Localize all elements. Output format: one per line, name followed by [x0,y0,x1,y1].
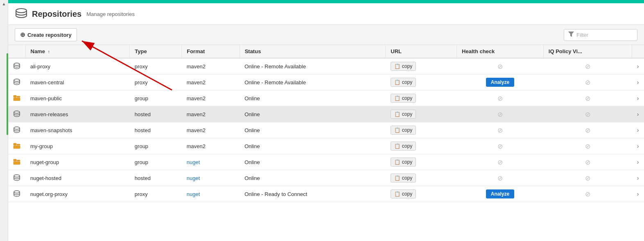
chevron-right-icon[interactable]: › [637,95,639,101]
clipboard-icon: 📋 [394,111,400,117]
page-title: Repositories [32,9,81,19]
row-status-cell: Online - Ready to Connect [240,186,386,202]
svg-rect-11 [14,143,16,145]
row-chevron-cell[interactable]: › [632,154,644,170]
disabled-icon: ⊘ [585,175,590,182]
row-chevron-cell[interactable]: › [632,186,644,202]
row-type-cell: hosted [130,122,182,138]
table-row[interactable]: my-group group maven2 Online 📋 copy ⊘ ⊘ … [8,138,644,154]
row-chevron-cell[interactable]: › [632,74,644,90]
analyze-button[interactable]: Analyze [486,189,514,198]
row-url-cell: 📋 copy [386,122,457,138]
row-name-cell: maven-snapshots [25,122,130,138]
disabled-icon: ⊘ [497,63,503,70]
disabled-icon: ⊘ [585,63,590,70]
copy-button[interactable]: 📋 copy [391,189,416,198]
row-icon-cell [8,106,25,122]
row-iq-policy-cell: ⊘ [543,58,632,74]
top-bar [8,0,644,3]
repositories-table-container: Name ↑ Type Format Status URL Health che… [8,45,644,202]
copy-label: copy [402,175,412,181]
copy-button[interactable]: 📋 copy [391,62,416,71]
table-row[interactable]: maven-central proxy maven2 Online - Remo… [8,74,644,90]
table-row[interactable]: maven-snapshots hosted maven2 Online 📋 c… [8,122,644,138]
row-format-cell: maven2 [182,74,240,90]
chevron-right-icon[interactable]: › [637,143,639,149]
chevron-right-icon[interactable]: › [637,159,639,165]
plus-circle-icon: ⊕ [20,31,25,38]
disabled-icon: ⊘ [585,79,590,86]
table-row[interactable]: nuget-group group nuget Online 📋 copy ⊘ … [8,154,644,170]
copy-label: copy [402,111,412,117]
copy-button[interactable]: 📋 copy [391,173,416,182]
copy-label: copy [402,79,412,85]
col-name[interactable]: Name ↑ [25,45,130,58]
row-type-cell: group [130,154,182,170]
row-iq-policy-cell: ⊘ [543,90,632,106]
chevron-right-icon[interactable]: › [637,175,639,181]
analyze-button[interactable]: Analyze [486,78,514,87]
table-row[interactable]: maven-public group maven2 Online 📋 copy … [8,90,644,106]
row-iq-policy-cell: ⊘ [543,138,632,154]
row-url-cell: 📋 copy [386,170,457,186]
row-chevron-cell[interactable]: › [632,58,644,74]
row-iq-policy-cell: ⊘ [543,106,632,122]
chevron-right-icon[interactable]: › [637,79,639,86]
copy-label: copy [402,63,412,69]
clipboard-icon: 📋 [394,127,400,133]
col-health-check: Health check [457,45,544,58]
row-url-cell: 📋 copy [386,186,457,202]
row-format-cell: maven2 [182,138,240,154]
table-row[interactable]: maven-releases hosted maven2 Online 📋 co… [8,106,644,122]
col-format: Format [182,45,240,58]
table-row[interactable]: nuget.org-proxy proxy nuget Online - Rea… [8,186,644,202]
row-format-cell: nuget [182,186,240,202]
row-icon-cell [8,170,25,186]
row-chevron-cell[interactable]: › [632,90,644,106]
copy-button[interactable]: 📋 copy [391,158,416,167]
row-chevron-cell[interactable]: › [632,170,644,186]
svg-rect-19 [14,193,20,193]
copy-label: copy [402,95,412,101]
page-header: Repositories Manage repositories [8,3,644,25]
row-format-cell: nuget [182,154,240,170]
row-format-cell: maven2 [182,106,240,122]
scroll-up-icon[interactable]: ▲ [2,2,6,6]
table-row[interactable]: nuget-hosted hosted nuget Online 📋 copy … [8,170,644,186]
row-icon-cell [8,122,25,138]
disabled-icon: ⊘ [497,143,503,150]
copy-button[interactable]: 📋 copy [391,110,416,119]
row-format-cell: maven2 [182,122,240,138]
copy-button[interactable]: 📋 copy [391,94,416,103]
clipboard-icon: 📋 [394,143,400,149]
row-icon-cell [8,154,25,170]
svg-marker-1 [568,32,574,37]
chevron-right-icon[interactable]: › [637,191,639,197]
row-chevron-cell[interactable]: › [632,106,644,122]
row-chevron-cell[interactable]: › [632,122,644,138]
row-iq-policy-cell: ⊘ [543,154,632,170]
row-health-check-cell: ⊘ [457,138,544,154]
row-type-cell: group [130,90,182,106]
row-name-cell: nuget-hosted [25,170,130,186]
clipboard-icon: 📋 [394,159,400,165]
chevron-right-icon[interactable]: › [637,63,639,70]
toolbar: ⊕ Create repository Filter [8,25,644,45]
col-icon [8,45,25,58]
row-status-cell: Online [240,170,386,186]
row-format-cell: nuget [182,170,240,186]
row-status-cell: Online [240,138,386,154]
create-repository-button[interactable]: ⊕ Create repository [15,28,77,41]
chevron-right-icon[interactable]: › [637,111,639,117]
copy-label: copy [402,143,412,149]
svg-point-17 [14,175,20,177]
row-chevron-cell[interactable]: › [632,138,644,154]
filter-input-box[interactable]: Filter [564,29,637,41]
copy-button[interactable]: 📋 copy [391,142,416,151]
copy-button[interactable]: 📋 copy [391,78,416,87]
row-name-cell: my-group [25,138,130,154]
table-row[interactable]: ali-proxy proxy maven2 Online - Remote A… [8,58,644,74]
chevron-right-icon[interactable]: › [637,127,639,133]
table-header-row: Name ↑ Type Format Status URL Health che… [8,45,644,58]
copy-button[interactable]: 📋 copy [391,126,416,135]
